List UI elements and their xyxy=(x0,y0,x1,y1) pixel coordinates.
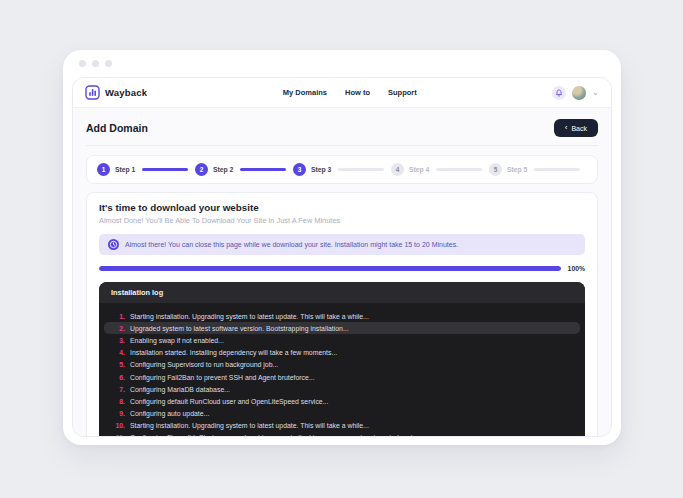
log-entry-number: 11. xyxy=(112,434,125,437)
log-entry-number: 7. xyxy=(112,386,125,393)
log-entry: 4.Installation started. Installing depen… xyxy=(104,347,580,359)
bell-icon xyxy=(555,89,563,97)
user-avatar[interactable] xyxy=(572,86,586,100)
app-header: Wayback My Domains How to Support ⌄ xyxy=(73,78,611,108)
log-entry: 9.Configuring auto update... xyxy=(104,408,580,420)
log-entry-number: 5. xyxy=(112,361,125,368)
log-entry-text: Enabling swap if not enabled... xyxy=(130,337,224,344)
log-entry-number: 9. xyxy=(112,410,125,417)
notifications-button[interactable] xyxy=(552,86,566,100)
step-label: Step 3 xyxy=(311,166,331,173)
brand[interactable]: Wayback xyxy=(85,85,147,100)
chevron-down-icon[interactable]: ⌄ xyxy=(592,89,599,97)
step-label: Step 2 xyxy=(213,166,233,173)
log-entry-text: Configuring auto update... xyxy=(130,410,209,417)
log-entry-number: 8. xyxy=(112,398,125,405)
stepper-step: 4Step 4 xyxy=(391,163,489,176)
clock-icon xyxy=(108,239,119,250)
progress-fill xyxy=(99,266,561,271)
installation-log-panel: Installation log 1.Starting installation… xyxy=(99,282,585,437)
log-entry-number: 2. xyxy=(112,325,125,332)
stepper-step: 3Step 3 xyxy=(293,163,391,176)
card-title: It's time to download your website xyxy=(99,202,585,213)
page-head: Add Domain ‹ Back xyxy=(86,115,598,145)
page-title: Add Domain xyxy=(86,122,148,134)
chevron-left-icon: ‹ xyxy=(565,124,568,132)
log-entry-text: Starting installation. Upgrading system … xyxy=(130,422,369,429)
page-content: Add Domain ‹ Back 1Step 12Step 23Step 34… xyxy=(73,108,611,437)
log-entry-number: 1. xyxy=(112,313,125,320)
log-entry-text: Configuring MariaDB database... xyxy=(130,386,230,393)
header-actions: ⌄ xyxy=(552,86,599,100)
brand-logo-icon xyxy=(85,85,100,100)
nav-item-how-to[interactable]: How to xyxy=(345,88,370,97)
info-banner: Almost there! You can close this page wh… xyxy=(99,234,585,255)
log-entry-number: 6. xyxy=(112,374,125,381)
step-circle: 3 xyxy=(293,163,306,176)
log-entry-number: 4. xyxy=(112,349,125,356)
log-entry-text: Installation started. Installing depende… xyxy=(130,349,337,356)
installation-log-title: Installation log xyxy=(99,282,585,303)
nav-item-support[interactable]: Support xyxy=(388,88,417,97)
log-entry-text: Configuring Fail2Ban to prevent SSH and … xyxy=(130,374,315,381)
brand-name: Wayback xyxy=(105,87,147,98)
step-connector xyxy=(240,168,286,171)
main-panel: Wayback My Domains How to Support ⌄ xyxy=(72,77,612,437)
log-entry-text: Configuring default RunCloud user and Op… xyxy=(130,398,328,405)
step-circle: 4 xyxy=(391,163,404,176)
stepper-step: 1Step 1 xyxy=(97,163,195,176)
log-entry: 2.Upgraded system to latest software ver… xyxy=(104,322,580,334)
step-label: Step 5 xyxy=(507,166,527,173)
step-connector xyxy=(436,168,482,171)
step-label: Step 4 xyxy=(409,166,429,173)
log-entry-number: 3. xyxy=(112,337,125,344)
window-control-dot xyxy=(105,60,112,67)
stepper: 1Step 12Step 23Step 34Step 45Step 5 xyxy=(86,155,598,184)
download-card: It's time to download your website Almos… xyxy=(86,192,598,437)
window-control-dot xyxy=(92,60,99,67)
window-control-dot xyxy=(79,60,86,67)
log-entry-number: 10. xyxy=(112,422,125,429)
log-entry: 6.Configuring Fail2Ban to prevent SSH an… xyxy=(104,371,580,383)
log-entry: 11.Configuring Firewalld. Closing unused… xyxy=(104,432,580,437)
step-circle: 5 xyxy=(489,163,502,176)
log-entry-text: Starting installation. Upgrading system … xyxy=(130,313,369,320)
stepper-step: 5Step 5 xyxy=(489,163,587,176)
window-controls xyxy=(79,60,112,67)
step-circle: 2 xyxy=(195,163,208,176)
step-connector xyxy=(142,168,188,171)
log-entry: 8.Configuring default RunCloud user and … xyxy=(104,395,580,407)
main-nav: My Domains How to Support xyxy=(283,88,417,97)
back-button[interactable]: ‹ Back xyxy=(554,119,598,137)
log-entry-text: Configuring Firewalld. Closing unused po… xyxy=(130,434,415,437)
log-entry: 3.Enabling swap if not enabled... xyxy=(104,334,580,346)
nav-item-my-domains[interactable]: My Domains xyxy=(283,88,327,97)
installation-log-body: 1.Starting installation. Upgrading syste… xyxy=(99,303,585,437)
log-entry-text: Configuring Supervisord to run backgroun… xyxy=(130,361,278,368)
log-entry: 5.Configuring Supervisord to run backgro… xyxy=(104,359,580,371)
log-entry-text: Upgraded system to latest software versi… xyxy=(130,325,349,332)
stepper-step: 2Step 2 xyxy=(195,163,293,176)
log-entry: 7.Configuring MariaDB database... xyxy=(104,383,580,395)
progress-percent: 100% xyxy=(568,265,585,272)
step-connector xyxy=(338,168,384,171)
banner-text: Almost there! You can close this page wh… xyxy=(125,241,458,248)
step-circle: 1 xyxy=(97,163,110,176)
progress-row: 100% xyxy=(99,265,585,272)
progress-bar xyxy=(99,266,561,271)
log-entry: 1.Starting installation. Upgrading syste… xyxy=(104,310,580,322)
back-button-label: Back xyxy=(571,125,587,132)
card-subtitle: Almost Done! You'll Be Able To Download … xyxy=(99,216,585,225)
app-window: Wayback My Domains How to Support ⌄ xyxy=(63,50,621,445)
step-label: Step 1 xyxy=(115,166,135,173)
step-connector xyxy=(534,168,580,171)
divider xyxy=(86,145,598,146)
log-entry: 10.Starting installation. Upgrading syst… xyxy=(104,420,580,432)
